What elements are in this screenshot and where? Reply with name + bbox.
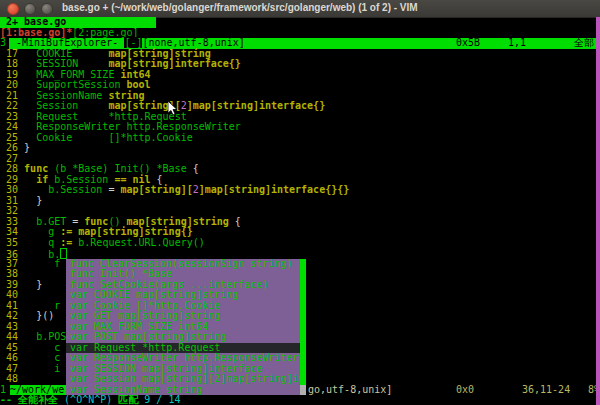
match-label: 匹配 — [118, 394, 144, 405]
line-number: 48 — [0, 373, 24, 384]
vim-window: base.go + (~/work/web/golanger/framework… — [0, 0, 600, 405]
line-number: 34 — [0, 226, 24, 237]
line-number: 46 — [0, 352, 24, 363]
completion-item[interactable]: func Init() *Base — [66, 269, 300, 280]
completion-popup: func ClearSession(sessionSign string)fun… — [66, 259, 306, 396]
line-number: 30 — [0, 184, 24, 195]
minibuf-cursor-position: 1,1 — [508, 38, 526, 49]
line-number: 35 — [0, 237, 24, 248]
maximize-button-icon[interactable] — [41, 3, 53, 15]
line-number: 33 — [0, 216, 24, 227]
line-number: 23 — [0, 111, 24, 122]
line-number: 18 — [0, 58, 24, 69]
minimize-button-icon[interactable] — [24, 3, 36, 15]
completion-item[interactable]: var GET map[string]string — [66, 311, 300, 322]
terminal-area: 2+ base.go [1:base.go]*[2:page.go] -Mini… — [0, 17, 600, 405]
line-number: 47 — [0, 363, 24, 374]
line-number: 19 — [0, 69, 24, 80]
completion-item[interactable]: func SetCookie(args ...interface) — [66, 280, 300, 291]
popup-scrollbar[interactable] — [300, 259, 306, 396]
code-line-31[interactable]: 31 } — [0, 196, 600, 207]
line-number: 21 — [0, 90, 24, 101]
text-cursor — [60, 248, 67, 259]
line-number: 42 — [0, 310, 24, 321]
line-number: 22 — [0, 100, 24, 111]
buffer-tab-page-go[interactable]: [2:page.go] — [72, 27, 138, 38]
line-number: 27 — [0, 153, 24, 164]
minibuf-hex-value: 0x5B — [456, 38, 480, 49]
line-number: 41 — [0, 300, 24, 311]
line-number: 40 — [0, 289, 24, 300]
mode-label: -- 全能补全 — [0, 394, 64, 405]
line-number: 31 — [0, 195, 24, 206]
completion-item[interactable]: var COOKIE map[string]string — [66, 290, 300, 301]
completion-item[interactable]: var Cookie []*http.Cookie — [66, 301, 300, 312]
completion-item-selected[interactable]: var Request *http.Request — [66, 343, 300, 354]
line-number: 26 — [0, 142, 24, 153]
buffer-tab-base-go[interactable]: [1:base.go]* — [0, 27, 72, 38]
completion-item[interactable]: var SESSION map[string]interface — [66, 364, 300, 375]
status-cursor-position: 36,11-24 — [522, 385, 570, 396]
line-number: 28 — [0, 163, 24, 174]
minibuf-fileinfo: [none,utf-8,unix] — [142, 37, 244, 48]
line-number: 29 — [0, 174, 24, 185]
popup-scrollbar-track[interactable] — [300, 385, 306, 396]
completion-item[interactable]: var SessionName string — [66, 385, 300, 396]
line-number: 44 — [0, 331, 24, 342]
match-count: 9 / 14 — [144, 394, 180, 405]
line-number: 17 — [0, 48, 24, 59]
completion-item[interactable]: var POST map[string]string — [66, 332, 300, 343]
window-titlebar: base.go + (~/work/web/golanger/framework… — [0, 0, 600, 18]
status-buffer-number: 1 — [0, 384, 6, 395]
status-hex-value: 0x0 — [456, 385, 474, 396]
completion-item[interactable]: func ClearSession(sessionSign string) — [66, 259, 300, 270]
code-line-26[interactable]: 26 } — [0, 143, 600, 154]
window-edge-strip — [596, 17, 600, 405]
line-number: 25 — [0, 132, 24, 143]
code-line-30[interactable]: 30 b.Session = map[string][2]map[string]… — [0, 185, 600, 196]
completion-item[interactable]: var ResponseWriter http.ResponseWriter — [66, 353, 300, 364]
line-number: 24 — [0, 121, 24, 132]
completion-item[interactable]: var Session map[string][2]map[string]int… — [66, 374, 300, 385]
window-title: base.go + (~/work/web/golanger/framework… — [62, 3, 418, 14]
close-button-icon[interactable] — [7, 3, 19, 15]
mode-keys-hint: (^O^N^P) — [64, 394, 118, 405]
completion-item[interactable]: var MAX_FORM_SIZE int64 — [66, 322, 300, 333]
line-number: 20 — [0, 79, 24, 90]
code-line-35[interactable]: 35 q := b.Request.URL.Query() — [0, 238, 600, 249]
minibuf-statusline-name: -MiniBufExplorer- — [10, 37, 124, 48]
line-number: 39 — [0, 279, 24, 290]
code-line-36[interactable]: 36 b. — [0, 248, 600, 259]
code-line-25[interactable]: 25 Cookie []*http.Cookie — [0, 133, 600, 144]
line-number: 37 — [0, 258, 24, 269]
command-mode-line: -- 全能补全 (^O^N^P) 匹配 9 / 14 — [0, 395, 600, 405]
minibuf-scroll-position: 全部 — [574, 38, 594, 49]
popup-scrollbar-thumb[interactable] — [300, 259, 306, 385]
line-number: 45 — [0, 342, 24, 353]
line-number: 38 — [0, 268, 24, 279]
line-number: 43 — [0, 321, 24, 332]
line-number: 32 — [0, 205, 24, 216]
mouse-cursor-icon — [168, 101, 179, 117]
minibuf-flag: [-] — [124, 37, 142, 48]
status-fileinfo: go,utf-8,unix] — [308, 385, 392, 396]
